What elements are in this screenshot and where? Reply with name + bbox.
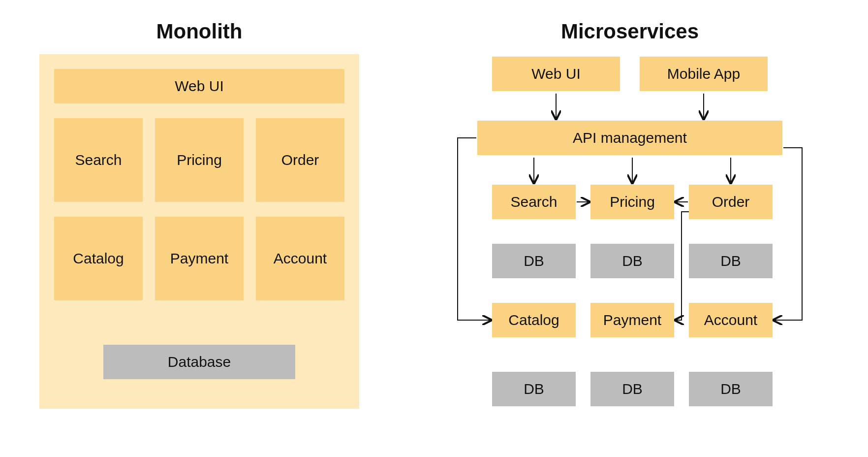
monolith-module-search: Search (54, 118, 143, 202)
ms-service-search: Search (492, 185, 576, 219)
monolith-database: Database (103, 345, 295, 379)
monolith-module-payment: Payment (155, 217, 244, 300)
monolith-webui: Web UI (54, 69, 344, 103)
ms-db-5: DB (590, 372, 674, 406)
ms-service-payment: Payment (590, 303, 674, 337)
ms-api-management: API management (477, 121, 782, 155)
monolith-title: Monolith (39, 20, 359, 43)
ms-service-account: Account (689, 303, 773, 337)
monolith-module-pricing: Pricing (155, 118, 244, 202)
ms-service-pricing: Pricing (590, 185, 674, 219)
monolith-module-catalog: Catalog (54, 217, 143, 300)
ms-db-3: DB (689, 244, 773, 278)
ms-client-mobileapp: Mobile App (640, 57, 768, 91)
ms-db-1: DB (492, 244, 576, 278)
ms-service-catalog: Catalog (492, 303, 576, 337)
microservices-title: Microservices (472, 20, 787, 43)
ms-service-order: Order (689, 185, 773, 219)
monolith-module-account: Account (256, 217, 344, 300)
monolith-module-order: Order (256, 118, 344, 202)
ms-db-2: DB (590, 244, 674, 278)
ms-client-webui: Web UI (492, 57, 620, 91)
ms-db-4: DB (492, 372, 576, 406)
ms-db-6: DB (689, 372, 773, 406)
